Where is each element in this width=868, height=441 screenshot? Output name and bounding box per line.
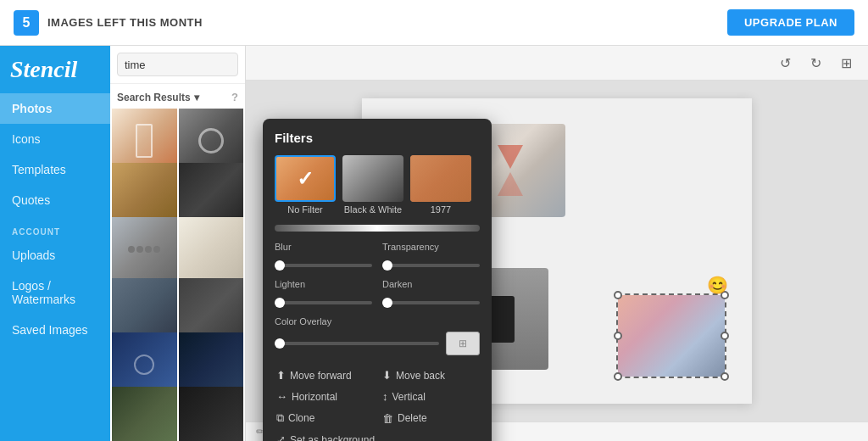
search-panel: ✕ Search Results ▾ ? [110, 46, 246, 441]
lighten-darken-row: Lighten Darken [275, 279, 480, 308]
filter-label-1977: 1977 [431, 204, 451, 215]
results-grid [110, 107, 245, 441]
sidebar: Stencil Photos Icons Templates Quotes AC… [0, 46, 110, 441]
filter-img-1977 [410, 155, 471, 202]
results-dropdown-icon[interactable]: ▾ [194, 92, 199, 103]
blur-slider-item: Blur [275, 242, 372, 271]
transparency-slider[interactable] [382, 264, 480, 267]
clone-label: Clone [288, 412, 314, 424]
clone-button[interactable]: ⧉ Clone [275, 410, 374, 427]
color-swatch[interactable]: ⊞ [446, 332, 480, 355]
resize-handle-bl[interactable] [614, 372, 622, 381]
move-forward-icon: ⬆ [276, 369, 286, 382]
canvas-selected-image[interactable] [616, 293, 726, 378]
resize-handle-br[interactable] [721, 372, 729, 381]
set-bg-row: ⤢ Set as background [275, 432, 480, 441]
check-icon: ✓ [297, 167, 314, 191]
zoom-button[interactable]: ⊞ [834, 51, 858, 75]
sidebar-item-icons[interactable]: Icons [0, 124, 110, 154]
search-bar: ✕ [110, 46, 245, 84]
vertical-button[interactable]: ↕ Vertical [381, 388, 480, 405]
color-overlay-controls: ⊞ [275, 332, 480, 355]
color-overlay-row: Color Overlay ⊞ [275, 316, 480, 355]
horizontal-icon: ↔ [276, 390, 287, 403]
filter-1977[interactable]: 1977 [410, 155, 471, 215]
move-actions-row: ⬆ Move forward ⬇ Move back [275, 367, 480, 383]
account-section-label: ACCOUNT [0, 215, 110, 240]
resize-handle-tl[interactable] [614, 291, 622, 299]
transparency-slider-item: Transparency [382, 242, 480, 271]
filters-title: Filters [275, 131, 480, 145]
horizontal-label: Horizontal [292, 391, 337, 403]
lighten-label: Lighten [275, 279, 372, 289]
set-background-button[interactable]: ⤢ Set as background [275, 432, 376, 441]
sidebar-item-logos[interactable]: Logos / Watermarks [0, 271, 110, 315]
filter-label-bw: Black & White [344, 204, 402, 215]
search-input[interactable] [125, 59, 246, 71]
filter-img-no-filter: ✓ [275, 155, 336, 202]
search-result-11[interactable] [112, 387, 177, 441]
results-help-icon: ? [231, 91, 238, 103]
canvas-emoji[interactable]: 😊 [707, 275, 728, 295]
clone-delete-row: ⧉ Clone 🗑 Delete [275, 410, 480, 427]
clone-icon: ⧉ [276, 411, 284, 425]
search-results-label: Search Results [117, 92, 191, 103]
delete-label: Delete [398, 412, 427, 424]
darken-slider-item: Darken [382, 279, 480, 308]
filters-popup: Filters ✓ No Filter Black & White [263, 119, 492, 441]
search-result-6[interactable] [179, 217, 244, 282]
search-input-wrap: ✕ [117, 53, 238, 76]
sidebar-item-uploads[interactable]: Uploads [0, 240, 110, 271]
upgrade-button[interactable]: UPGRADE PLAN [727, 9, 854, 36]
move-back-button[interactable]: ⬇ Move back [381, 367, 480, 383]
filter-no-filter[interactable]: ✓ No Filter [275, 155, 336, 215]
search-results-header: Search Results ▾ ? [110, 84, 245, 107]
filter-bw[interactable]: Black & White [342, 155, 403, 215]
darken-slider[interactable] [382, 301, 480, 304]
delete-button[interactable]: 🗑 Delete [381, 410, 480, 427]
move-forward-label: Move forward [290, 370, 352, 382]
delete-icon: 🗑 [382, 412, 393, 425]
canvas-toolbar: ↺ ↻ ⊞ [246, 46, 868, 81]
move-back-icon: ⬇ [382, 369, 392, 382]
topbar: 5 IMAGES LEFT THIS MONTH UPGRADE PLAN [0, 0, 868, 46]
sidebar-item-quotes[interactable]: Quotes [0, 185, 110, 215]
blur-slider[interactable] [275, 264, 372, 267]
filter-label-no-filter: No Filter [287, 204, 323, 215]
set-bg-label: Set as background [290, 434, 375, 442]
vertical-label: Vertical [392, 391, 426, 403]
flip-actions-row: ↔ Horizontal ↕ Vertical [275, 388, 480, 405]
color-overlay-label: Color Overlay [275, 316, 480, 327]
darken-label: Darken [382, 279, 480, 289]
blur-transparency-row: Blur Transparency [275, 242, 480, 271]
selected-image-inner [618, 295, 725, 377]
app-logo: Stencil [0, 46, 110, 93]
sidebar-item-saved[interactable]: Saved Images [0, 315, 110, 345]
blur-label: Blur [275, 242, 372, 252]
search-result-12[interactable] [179, 387, 244, 441]
undo-button[interactable]: ↺ [773, 51, 797, 75]
filter-gradient-strip[interactable] [275, 225, 480, 232]
images-label: IMAGES LEFT THIS MONTH [47, 16, 203, 29]
sidebar-item-templates[interactable]: Templates [0, 154, 110, 185]
redo-button[interactable]: ↻ [804, 51, 827, 75]
images-badge: 5 IMAGES LEFT THIS MONTH [14, 10, 203, 36]
resize-handle-ml[interactable] [614, 332, 622, 340]
main-layout: Stencil Photos Icons Templates Quotes AC… [0, 46, 868, 441]
lighten-slider-item: Lighten [275, 279, 372, 308]
move-back-label: Move back [396, 370, 445, 382]
filter-img-bw [342, 155, 403, 202]
resize-handle-mr[interactable] [721, 332, 729, 340]
filter-thumbnails: ✓ No Filter Black & White 1977 [275, 155, 480, 215]
search-result-5[interactable] [112, 217, 177, 282]
lighten-slider[interactable] [275, 301, 372, 304]
vertical-icon: ↕ [382, 390, 388, 403]
transparency-label: Transparency [382, 242, 480, 252]
move-forward-button[interactable]: ⬆ Move forward [275, 367, 374, 383]
horizontal-button[interactable]: ↔ Horizontal [275, 388, 374, 405]
images-count: 5 [14, 10, 39, 36]
color-overlay-slider[interactable] [275, 342, 439, 345]
sidebar-item-photos[interactable]: Photos [0, 93, 110, 124]
set-bg-icon: ⤢ [276, 433, 286, 441]
swatch-grid-icon: ⊞ [459, 338, 467, 349]
